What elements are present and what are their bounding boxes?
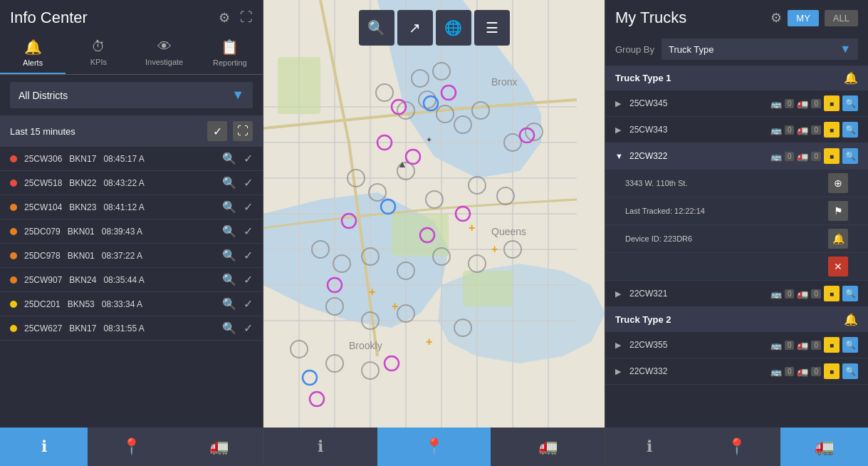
alert-row[interactable]: 25CW104 BKN23 08:41:12 A 🔍 ✓ xyxy=(0,195,263,219)
map-nav-location[interactable]: 📍 xyxy=(377,428,491,466)
truck-name: 22CW321 xyxy=(629,289,766,299)
truck-row-22cw322[interactable]: ▼ 22CW322 🚌 0 🚛 0 ■ 🔍 xyxy=(605,143,868,170)
truck-blue-search-button[interactable]: 🔍 xyxy=(842,286,858,301)
truck-row-22cw355[interactable]: ▶ 22CW355 🚌 0 🚛 0 ■ 🔍 xyxy=(605,332,868,358)
left-nav-info[interactable]: ℹ xyxy=(0,428,88,466)
alert-row[interactable]: 25CW518 BKN22 08:43:22 A 🔍 ✓ xyxy=(0,171,263,195)
tab-investigate[interactable]: 👁 Investigate xyxy=(132,33,197,74)
alerts-check-all-button[interactable]: ✓ xyxy=(207,121,227,141)
search-icon[interactable]: 🔍 xyxy=(222,297,236,311)
panel-header: Info Center ⚙ ⛶ xyxy=(0,0,263,33)
truck-row-25cw345[interactable]: ▶ 25CW345 🚌 0 🚛 0 ■ 🔍 xyxy=(605,90,868,117)
alert-icons: 🔍 ✓ xyxy=(222,152,253,165)
my-button[interactable]: MY xyxy=(788,10,819,26)
expand-icon[interactable]: ⛶ xyxy=(240,10,253,26)
right-header: My Trucks ⚙ MY ALL xyxy=(605,0,868,33)
truck-yellow-button[interactable]: ■ xyxy=(824,95,840,111)
check-icon[interactable]: ✓ xyxy=(244,321,253,335)
panel-title: Info Center xyxy=(10,9,88,27)
search-icon[interactable]: 🔍 xyxy=(222,321,236,335)
search-icon[interactable]: 🔍 xyxy=(222,176,236,190)
settings-icon[interactable]: ⚙ xyxy=(219,10,230,26)
map-globe-button[interactable]: 🌐 xyxy=(436,10,471,46)
alert-row[interactable]: 25DC978 BKN01 08:37:22 A 🔍 ✓ xyxy=(0,244,263,268)
search-icon[interactable]: 🔍 xyxy=(222,152,236,165)
truck-group-icon: 🚛 xyxy=(797,125,808,135)
left-nav-location[interactable]: 📍 xyxy=(88,428,175,466)
check-icon[interactable]: ✓ xyxy=(244,249,253,262)
search-icon[interactable]: 🔍 xyxy=(222,273,236,286)
alert-dot xyxy=(10,155,17,162)
truck-detail-device: Device ID: 223DR6 🔔 xyxy=(605,225,868,253)
header-icons: ⚙ ⛶ xyxy=(219,10,253,26)
alerts-tab-icon: 🔔 xyxy=(24,38,42,56)
truck-tracked-text: Last Tracked: 12:22:14 xyxy=(625,207,705,215)
map-nav-trucks[interactable]: 🚛 xyxy=(491,428,605,466)
alert-text: 25DC978 BKN01 08:37:22 A xyxy=(24,251,222,261)
tab-alerts[interactable]: 🔔 Alerts xyxy=(0,33,66,74)
search-icon[interactable]: 🔍 xyxy=(222,249,236,262)
check-icon[interactable]: ✓ xyxy=(244,152,253,165)
truck-row-22cw332[interactable]: ▶ 22CW332 🚌 0 🚛 0 ■ 🔍 xyxy=(605,358,868,385)
truck-yellow-button[interactable]: ■ xyxy=(824,122,840,138)
group-by-value: Truck Type xyxy=(669,44,714,55)
truck-flag-button[interactable]: ⚑ xyxy=(828,201,848,221)
truck-bell-button[interactable]: 🔔 xyxy=(828,229,848,249)
check-icon[interactable]: ✓ xyxy=(244,297,253,311)
svg-text:+: + xyxy=(392,300,398,312)
alert-icons: 🔍 ✓ xyxy=(222,321,253,335)
right-panel: My Trucks ⚙ MY ALL Group By Truck Type ▼… xyxy=(605,0,868,466)
truck-row-22cw321[interactable]: ▶ 22CW321 🚌 0 🚛 0 ■ 🔍 xyxy=(605,281,868,307)
right-nav-location[interactable]: 📍 xyxy=(693,428,780,466)
svg-text:+: + xyxy=(491,243,498,255)
right-nav-info[interactable]: ℹ xyxy=(605,428,693,466)
alerts-filter-button[interactable]: ⛶ xyxy=(233,121,253,141)
svg-text:Bronx: Bronx xyxy=(491,76,518,88)
map-nav-info[interactable]: ℹ xyxy=(263,428,377,466)
tab-reporting[interactable]: 📋 Reporting xyxy=(197,33,263,74)
truck-count-a: 0 xyxy=(785,367,795,376)
alert-row[interactable]: 25CW306 BKN17 08:45:17 A 🔍 ✓ xyxy=(0,147,263,171)
truck-yellow-button[interactable]: ■ xyxy=(824,337,840,353)
alert-row[interactable]: 25CW907 BKN24 08:35:44 A 🔍 ✓ xyxy=(0,268,263,292)
truck-blue-search-button[interactable]: 🔍 xyxy=(842,337,858,353)
right-settings-icon[interactable]: ⚙ xyxy=(770,10,782,26)
map-search-button[interactable]: 🔍 xyxy=(359,10,394,46)
alert-dot xyxy=(10,204,17,211)
check-icon[interactable]: ✓ xyxy=(244,200,253,214)
map-share-button[interactable]: ↗ xyxy=(397,10,433,46)
truck-blue-search-button[interactable]: 🔍 xyxy=(842,148,858,164)
truck-yellow-button[interactable]: ■ xyxy=(824,148,840,164)
truck-icons-row: 🚌 0 🚛 0 ■ 🔍 xyxy=(770,122,858,138)
truck-blue-search-button[interactable]: 🔍 xyxy=(842,122,858,138)
check-icon[interactable]: ✓ xyxy=(244,176,253,190)
truck-close-button[interactable]: ✕ xyxy=(828,257,848,276)
truck-row-25cw343[interactable]: ▶ 25CW343 🚌 0 🚛 0 ■ 🔍 xyxy=(605,117,868,143)
truck-type-2-bell-icon[interactable]: 🔔 xyxy=(844,313,858,326)
map-svg: Bronx Queens Brookly xyxy=(263,0,605,428)
alert-dot xyxy=(10,325,17,332)
truck-move-button[interactable]: ⊕ xyxy=(828,173,848,193)
truck-type-1-bell-icon[interactable]: 🔔 xyxy=(844,71,858,85)
truck-name: 25CW345 xyxy=(629,98,766,108)
group-by-row: Group By Truck Type ▼ xyxy=(605,33,868,66)
map-menu-button[interactable]: ☰ xyxy=(474,10,510,46)
search-icon[interactable]: 🔍 xyxy=(222,200,236,214)
search-icon[interactable]: 🔍 xyxy=(222,224,236,238)
truck-blue-search-button[interactable]: 🔍 xyxy=(842,95,858,111)
truck-blue-search-button[interactable]: 🔍 xyxy=(842,363,858,379)
all-button[interactable]: ALL xyxy=(825,10,858,26)
district-select[interactable]: All Districts ▼ xyxy=(10,82,253,108)
truck-icons-row: 🚌 0 🚛 0 ■ 🔍 xyxy=(770,95,858,111)
left-nav-trucks[interactable]: 🚛 xyxy=(175,428,263,466)
check-icon[interactable]: ✓ xyxy=(244,273,253,286)
alert-row[interactable]: 25CW627 BKN17 08:31:55 A 🔍 ✓ xyxy=(0,316,263,341)
right-nav-trucks[interactable]: 🚛 xyxy=(780,428,868,466)
alert-row[interactable]: 25DC201 BKN53 08:33:34 A 🔍 ✓ xyxy=(0,292,263,316)
truck-yellow-button[interactable]: ■ xyxy=(824,363,840,379)
group-by-select[interactable]: Truck Type ▼ xyxy=(662,38,858,60)
tab-kpis[interactable]: ⏱ KPIs xyxy=(66,33,131,74)
truck-yellow-button[interactable]: ■ xyxy=(824,286,840,301)
check-icon[interactable]: ✓ xyxy=(244,224,253,238)
alert-row[interactable]: 25DC079 BKN01 08:39:43 A 🔍 ✓ xyxy=(0,219,263,244)
